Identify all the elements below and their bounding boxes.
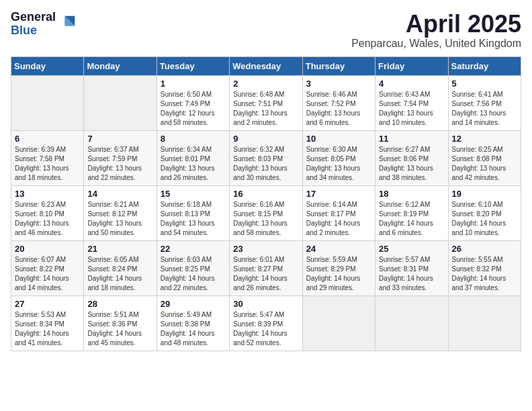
logo-general: General bbox=[11, 11, 56, 24]
day-number: 27 bbox=[15, 299, 80, 309]
day-detail: Sunrise: 6:46 AM Sunset: 7:52 PM Dayligh… bbox=[306, 90, 371, 128]
day-detail: Sunrise: 5:57 AM Sunset: 8:31 PM Dayligh… bbox=[379, 255, 444, 293]
day-number: 18 bbox=[379, 189, 444, 199]
calendar-cell: 27Sunrise: 5:53 AM Sunset: 8:34 PM Dayli… bbox=[11, 295, 84, 351]
day-detail: Sunrise: 6:43 AM Sunset: 7:54 PM Dayligh… bbox=[379, 90, 444, 128]
day-number: 16 bbox=[233, 189, 298, 199]
calendar-cell: 28Sunrise: 5:51 AM Sunset: 8:36 PM Dayli… bbox=[84, 295, 157, 351]
col-tuesday: Tuesday bbox=[157, 56, 229, 75]
day-detail: Sunrise: 6:37 AM Sunset: 7:59 PM Dayligh… bbox=[87, 145, 152, 183]
calendar-cell: 26Sunrise: 5:55 AM Sunset: 8:32 PM Dayli… bbox=[448, 240, 521, 295]
calendar-cell bbox=[302, 295, 375, 351]
calendar-week-2: 6Sunrise: 6:39 AM Sunset: 7:58 PM Daylig… bbox=[11, 130, 521, 185]
day-number: 30 bbox=[233, 299, 298, 309]
calendar-cell: 1Sunrise: 6:50 AM Sunset: 7:49 PM Daylig… bbox=[157, 75, 229, 130]
day-number: 10 bbox=[306, 134, 371, 144]
calendar-week-3: 13Sunrise: 6:23 AM Sunset: 8:10 PM Dayli… bbox=[11, 185, 521, 240]
calendar-week-5: 27Sunrise: 5:53 AM Sunset: 8:34 PM Dayli… bbox=[11, 295, 521, 351]
calendar-cell: 21Sunrise: 6:05 AM Sunset: 8:24 PM Dayli… bbox=[84, 240, 157, 295]
col-thursday: Thursday bbox=[302, 56, 375, 75]
day-detail: Sunrise: 5:55 AM Sunset: 8:32 PM Dayligh… bbox=[452, 255, 517, 293]
day-number: 6 bbox=[15, 134, 80, 144]
calendar-cell: 9Sunrise: 6:32 AM Sunset: 8:03 PM Daylig… bbox=[230, 130, 302, 185]
day-detail: Sunrise: 6:32 AM Sunset: 8:03 PM Dayligh… bbox=[233, 145, 298, 183]
day-detail: Sunrise: 5:59 AM Sunset: 8:29 PM Dayligh… bbox=[306, 255, 371, 293]
day-detail: Sunrise: 6:27 AM Sunset: 8:06 PM Dayligh… bbox=[379, 145, 444, 183]
day-number: 1 bbox=[161, 79, 226, 89]
calendar-cell: 6Sunrise: 6:39 AM Sunset: 7:58 PM Daylig… bbox=[11, 130, 84, 185]
calendar-cell bbox=[84, 75, 157, 130]
day-number: 5 bbox=[452, 79, 517, 89]
day-number: 23 bbox=[233, 244, 298, 254]
day-detail: Sunrise: 5:53 AM Sunset: 8:34 PM Dayligh… bbox=[15, 310, 80, 348]
col-saturday: Saturday bbox=[448, 56, 521, 75]
day-detail: Sunrise: 6:30 AM Sunset: 8:05 PM Dayligh… bbox=[306, 145, 371, 183]
day-detail: Sunrise: 6:34 AM Sunset: 8:01 PM Dayligh… bbox=[161, 145, 226, 183]
day-number: 20 bbox=[15, 244, 80, 254]
day-number: 11 bbox=[379, 134, 444, 144]
calendar-body: 1Sunrise: 6:50 AM Sunset: 7:49 PM Daylig… bbox=[11, 75, 521, 351]
calendar-cell: 3Sunrise: 6:46 AM Sunset: 7:52 PM Daylig… bbox=[302, 75, 375, 130]
day-detail: Sunrise: 6:07 AM Sunset: 8:22 PM Dayligh… bbox=[15, 255, 80, 293]
calendar-cell: 13Sunrise: 6:23 AM Sunset: 8:10 PM Dayli… bbox=[11, 185, 84, 240]
calendar-cell: 5Sunrise: 6:41 AM Sunset: 7:56 PM Daylig… bbox=[448, 75, 521, 130]
calendar-cell: 16Sunrise: 6:16 AM Sunset: 8:15 PM Dayli… bbox=[230, 185, 302, 240]
day-detail: Sunrise: 6:18 AM Sunset: 8:13 PM Dayligh… bbox=[161, 200, 226, 238]
day-number: 25 bbox=[379, 244, 444, 254]
calendar-cell: 20Sunrise: 6:07 AM Sunset: 8:22 PM Dayli… bbox=[11, 240, 84, 295]
calendar-cell: 11Sunrise: 6:27 AM Sunset: 8:06 PM Dayli… bbox=[375, 130, 448, 185]
day-number: 7 bbox=[87, 134, 152, 144]
day-number: 17 bbox=[306, 189, 371, 199]
calendar-cell: 29Sunrise: 5:49 AM Sunset: 8:38 PM Dayli… bbox=[157, 295, 229, 351]
day-number: 21 bbox=[87, 244, 152, 254]
day-number: 13 bbox=[15, 189, 80, 199]
day-detail: Sunrise: 6:25 AM Sunset: 8:08 PM Dayligh… bbox=[452, 145, 517, 183]
day-detail: Sunrise: 6:48 AM Sunset: 7:51 PM Dayligh… bbox=[233, 90, 298, 128]
header: General Blue April 2025 Penparcau, Wales… bbox=[11, 11, 521, 50]
calendar-week-4: 20Sunrise: 6:07 AM Sunset: 8:22 PM Dayli… bbox=[11, 240, 521, 295]
calendar-cell: 19Sunrise: 6:10 AM Sunset: 8:20 PM Dayli… bbox=[448, 185, 521, 240]
col-wednesday: Wednesday bbox=[230, 56, 302, 75]
day-number: 29 bbox=[161, 299, 226, 309]
calendar-table: Sunday Monday Tuesday Wednesday Thursday… bbox=[11, 56, 521, 351]
calendar-cell: 30Sunrise: 5:47 AM Sunset: 8:39 PM Dayli… bbox=[230, 295, 302, 351]
calendar-cell bbox=[11, 75, 84, 130]
day-number: 22 bbox=[161, 244, 226, 254]
calendar-cell: 10Sunrise: 6:30 AM Sunset: 8:05 PM Dayli… bbox=[302, 130, 375, 185]
logo-icon bbox=[58, 13, 77, 32]
calendar-cell: 12Sunrise: 6:25 AM Sunset: 8:08 PM Dayli… bbox=[448, 130, 521, 185]
day-number: 2 bbox=[233, 79, 298, 89]
day-number: 4 bbox=[379, 79, 444, 89]
day-detail: Sunrise: 6:12 AM Sunset: 8:19 PM Dayligh… bbox=[379, 200, 444, 238]
calendar-cell: 8Sunrise: 6:34 AM Sunset: 8:01 PM Daylig… bbox=[157, 130, 229, 185]
calendar-header: Sunday Monday Tuesday Wednesday Thursday… bbox=[11, 56, 521, 75]
calendar-cell: 25Sunrise: 5:57 AM Sunset: 8:31 PM Dayli… bbox=[375, 240, 448, 295]
day-number: 19 bbox=[452, 189, 517, 199]
day-detail: Sunrise: 5:47 AM Sunset: 8:39 PM Dayligh… bbox=[233, 310, 298, 348]
day-detail: Sunrise: 5:51 AM Sunset: 8:36 PM Dayligh… bbox=[87, 310, 152, 348]
calendar-cell bbox=[375, 295, 448, 351]
calendar-cell: 14Sunrise: 6:21 AM Sunset: 8:12 PM Dayli… bbox=[84, 185, 157, 240]
calendar-cell: 23Sunrise: 6:01 AM Sunset: 8:27 PM Dayli… bbox=[230, 240, 302, 295]
calendar-cell: 24Sunrise: 5:59 AM Sunset: 8:29 PM Dayli… bbox=[302, 240, 375, 295]
day-detail: Sunrise: 6:16 AM Sunset: 8:15 PM Dayligh… bbox=[233, 200, 298, 238]
col-sunday: Sunday bbox=[11, 56, 84, 75]
title-area: April 2025 Penparcau, Wales, United King… bbox=[351, 11, 521, 50]
location-title: Penparcau, Wales, United Kingdom bbox=[351, 38, 521, 50]
day-detail: Sunrise: 6:01 AM Sunset: 8:27 PM Dayligh… bbox=[233, 255, 298, 293]
calendar-cell: 4Sunrise: 6:43 AM Sunset: 7:54 PM Daylig… bbox=[375, 75, 448, 130]
calendar-week-1: 1Sunrise: 6:50 AM Sunset: 7:49 PM Daylig… bbox=[11, 75, 521, 130]
calendar-cell: 18Sunrise: 6:12 AM Sunset: 8:19 PM Dayli… bbox=[375, 185, 448, 240]
logo-blue: Blue bbox=[11, 24, 56, 38]
day-detail: Sunrise: 6:39 AM Sunset: 7:58 PM Dayligh… bbox=[15, 145, 80, 183]
day-number: 26 bbox=[452, 244, 517, 254]
day-detail: Sunrise: 6:23 AM Sunset: 8:10 PM Dayligh… bbox=[15, 200, 80, 238]
col-friday: Friday bbox=[375, 56, 448, 75]
day-detail: Sunrise: 6:21 AM Sunset: 8:12 PM Dayligh… bbox=[87, 200, 152, 238]
day-detail: Sunrise: 6:50 AM Sunset: 7:49 PM Dayligh… bbox=[161, 90, 226, 128]
day-detail: Sunrise: 6:14 AM Sunset: 8:17 PM Dayligh… bbox=[306, 200, 371, 238]
day-number: 3 bbox=[306, 79, 371, 89]
day-detail: Sunrise: 6:05 AM Sunset: 8:24 PM Dayligh… bbox=[87, 255, 152, 293]
day-number: 28 bbox=[87, 299, 152, 309]
month-title: April 2025 bbox=[351, 11, 521, 38]
